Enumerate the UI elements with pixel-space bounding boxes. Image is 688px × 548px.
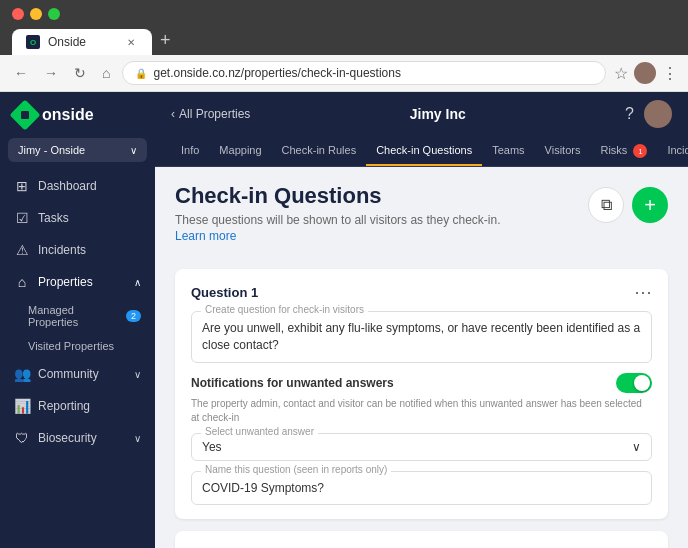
- sidebar-item-managed-properties[interactable]: Managed Properties 2: [28, 298, 155, 334]
- sidebar-item-properties[interactable]: ⌂ Properties ∧: [0, 266, 155, 298]
- account-name: Jimy - Onside: [18, 144, 85, 156]
- sidebar-nav: ⊞ Dashboard ☑ Tasks ⚠ Incidents ⌂ Proper…: [0, 170, 155, 548]
- properties-submenu: Managed Properties 2 Visited Properties: [0, 298, 155, 358]
- page-subtitle: These questions will be shown to all vis…: [175, 213, 500, 227]
- tab-checkin-rules[interactable]: Check-in Rules: [272, 136, 367, 166]
- logo: onside: [0, 92, 155, 138]
- sidebar-item-label: Incidents: [38, 243, 86, 257]
- page-content: Check-in Questions These questions will …: [155, 167, 688, 548]
- close-dot[interactable]: [12, 8, 24, 20]
- sidebar-item-dashboard[interactable]: ⊞ Dashboard: [0, 170, 155, 202]
- page-header: Check-in Questions These questions will …: [175, 183, 668, 255]
- toggle-knob: [634, 375, 650, 391]
- dashboard-icon: ⊞: [14, 178, 30, 194]
- sidebar-item-label: Visited Properties: [28, 340, 114, 352]
- tab-mapping[interactable]: Mapping: [209, 136, 271, 166]
- tab-bar: Info Mapping Check-in Rules Check-in Que…: [155, 136, 688, 167]
- home-button[interactable]: ⌂: [98, 63, 114, 83]
- learn-more-link[interactable]: Learn more: [175, 229, 500, 243]
- sidebar-item-label: Community: [38, 367, 99, 381]
- question-1-name-field: Name this question (seen in reports only…: [191, 471, 652, 505]
- tab-checkin-questions[interactable]: Check-in Questions: [366, 136, 482, 166]
- refresh-button[interactable]: ↻: [70, 63, 90, 83]
- address-bar[interactable]: 🔒 get.onside.co.nz/properties/check-in-q…: [122, 61, 606, 85]
- logo-text: onside: [42, 106, 94, 124]
- browser-tab[interactable]: O Onside ✕: [12, 29, 152, 55]
- help-icon[interactable]: ?: [625, 105, 634, 123]
- notifications-desc: The property admin, contact and visitor …: [191, 397, 652, 425]
- account-switcher[interactable]: Jimy - Onside ∨: [8, 138, 147, 162]
- chevron-down-icon: ∨: [134, 433, 141, 444]
- question-1-title: Question 1: [191, 285, 258, 300]
- add-question-button[interactable]: +: [632, 187, 668, 223]
- page-title: Check-in Questions: [175, 183, 500, 209]
- minimize-dot[interactable]: [30, 8, 42, 20]
- tab-close-button[interactable]: ✕: [124, 35, 138, 49]
- copy-icon: ⧉: [601, 196, 612, 214]
- reporting-icon: 📊: [14, 398, 30, 414]
- question-2-card: Question 2 ⋯ Create question for check-i…: [175, 531, 668, 548]
- sidebar-item-visited-properties[interactable]: Visited Properties: [28, 334, 155, 358]
- sidebar-item-label: Biosecurity: [38, 431, 97, 445]
- select-value: Yes: [202, 440, 222, 454]
- address-text: get.onside.co.nz/properties/check-in-que…: [153, 66, 400, 80]
- tab-visitors[interactable]: Visitors: [535, 136, 591, 166]
- question-1-text-input[interactable]: Are you unwell, exhibit any flu-like sym…: [191, 311, 652, 363]
- properties-icon: ⌂: [14, 274, 30, 290]
- chevron-up-icon: ∧: [134, 277, 141, 288]
- tab-favicon: O: [26, 35, 40, 49]
- select-label: Select unwanted answer: [201, 426, 318, 437]
- tab-risks[interactable]: Risks 1: [590, 136, 657, 166]
- top-bar: ‹ All Properties Jimy Inc ?: [155, 92, 688, 136]
- sidebar-item-community[interactable]: 👥 Community ∨: [0, 358, 155, 390]
- maximize-dot[interactable]: [48, 8, 60, 20]
- sidebar-item-reporting[interactable]: 📊 Reporting: [0, 390, 155, 422]
- question-1-card: Question 1 ⋯ Create question for check-i…: [175, 269, 668, 519]
- sidebar-item-incidents[interactable]: ⚠ Incidents: [0, 234, 155, 266]
- tab-teams[interactable]: Teams: [482, 136, 534, 166]
- back-link-text: All Properties: [179, 107, 250, 121]
- profile-icon[interactable]: [634, 62, 656, 84]
- property-name: Jimy Inc: [410, 106, 466, 122]
- question-1-select[interactable]: Yes ∨: [191, 433, 652, 461]
- tab-title: Onside: [48, 35, 86, 49]
- new-tab-button[interactable]: +: [152, 26, 179, 55]
- sidebar-item-tasks[interactable]: ☑ Tasks: [0, 202, 155, 234]
- main-content: ‹ All Properties Jimy Inc ? Info Mapping…: [155, 92, 688, 548]
- copy-button[interactable]: ⧉: [588, 187, 624, 223]
- sidebar-item-label: Dashboard: [38, 179, 97, 193]
- community-icon: 👥: [14, 366, 30, 382]
- question-1-header: Question 1 ⋯: [191, 283, 652, 301]
- question-1-text-field: Create question for check-in visitors Ar…: [191, 311, 652, 363]
- biosecurity-icon: 🛡: [14, 430, 30, 446]
- chevron-down-icon: ∨: [134, 369, 141, 380]
- chevron-down-icon: ∨: [130, 145, 137, 156]
- question-1-select-field: Select unwanted answer Yes ∨: [191, 433, 652, 461]
- user-avatar[interactable]: [644, 100, 672, 128]
- tab-incidents[interactable]: Incidents 2: [657, 136, 688, 166]
- notifications-label: Notifications for unwanted answers: [191, 376, 394, 390]
- sidebar-item-label: Properties: [38, 275, 93, 289]
- top-bar-right: ?: [625, 100, 672, 128]
- sidebar-item-label: Managed Properties: [28, 304, 126, 328]
- back-button[interactable]: ←: [10, 63, 32, 83]
- tab-info[interactable]: Info: [171, 136, 209, 166]
- bookmark-icon[interactable]: ☆: [614, 64, 628, 83]
- question-1-toggle[interactable]: [616, 373, 652, 393]
- question-1-notifications-row: Notifications for unwanted answers: [191, 373, 652, 393]
- sidebar-item-biosecurity[interactable]: 🛡 Biosecurity ∨: [0, 422, 155, 454]
- question-1-more-button[interactable]: ⋯: [634, 283, 652, 301]
- add-icon: +: [644, 194, 656, 217]
- sidebar: onside Jimy - Onside ∨ ⊞ Dashboard ☑ Tas…: [0, 92, 155, 548]
- managed-properties-badge: 2: [126, 310, 141, 322]
- lock-icon: 🔒: [135, 68, 147, 79]
- question-1-name-input[interactable]: COVID-19 Symptoms?: [191, 471, 652, 505]
- forward-button[interactable]: →: [40, 63, 62, 83]
- sidebar-item-label: Tasks: [38, 211, 69, 225]
- back-link[interactable]: ‹ All Properties: [171, 107, 250, 121]
- menu-icon[interactable]: ⋮: [662, 64, 678, 83]
- sidebar-item-label: Reporting: [38, 399, 90, 413]
- browser-toolbar: ← → ↻ ⌂ 🔒 get.onside.co.nz/properties/ch…: [0, 55, 688, 92]
- tasks-icon: ☑: [14, 210, 30, 226]
- chevron-down-icon: ∨: [632, 440, 641, 454]
